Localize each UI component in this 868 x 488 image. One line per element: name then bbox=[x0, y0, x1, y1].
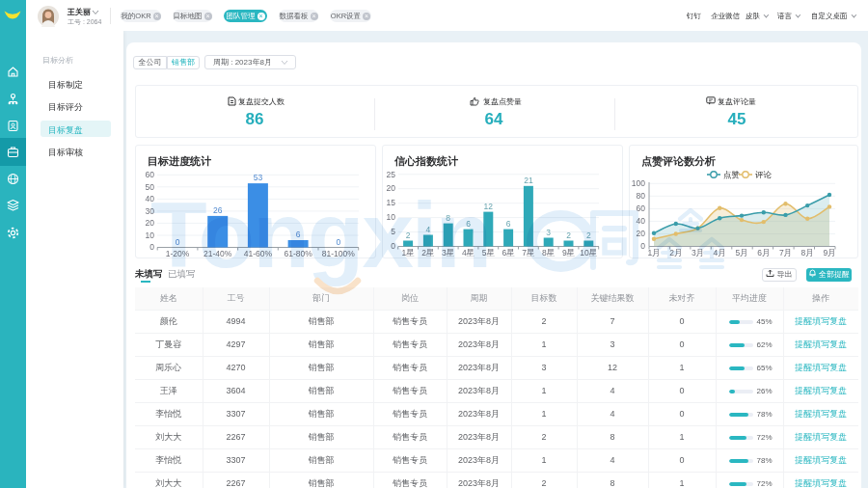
svg-text:2星: 2星 bbox=[421, 248, 435, 258]
svg-text:7星: 7星 bbox=[522, 248, 535, 258]
svg-text:评论: 评论 bbox=[754, 170, 773, 179]
svg-text:3星: 3星 bbox=[442, 248, 455, 258]
svg-text:1月: 1月 bbox=[647, 248, 660, 258]
svg-text:3月: 3月 bbox=[692, 248, 704, 258]
svg-text:9星: 9星 bbox=[562, 248, 576, 258]
svg-text:21: 21 bbox=[524, 176, 533, 185]
svg-text:2: 2 bbox=[586, 230, 591, 240]
svg-text:40: 40 bbox=[146, 194, 155, 203]
svg-text:0: 0 bbox=[391, 241, 395, 251]
svg-text:点赞: 点赞 bbox=[723, 170, 741, 179]
svg-text:0: 0 bbox=[149, 242, 154, 252]
svg-text:10星: 10星 bbox=[580, 248, 597, 258]
svg-text:20: 20 bbox=[146, 218, 155, 228]
svg-text:6: 6 bbox=[506, 219, 511, 229]
svg-text:61-80%: 61-80% bbox=[284, 249, 312, 258]
svg-text:8星: 8星 bbox=[542, 248, 556, 258]
svg-text:2: 2 bbox=[406, 230, 411, 240]
svg-text:3: 3 bbox=[546, 228, 551, 237]
svg-text:4星: 4星 bbox=[462, 248, 475, 258]
svg-text:1星: 1星 bbox=[401, 248, 415, 258]
svg-text:8月: 8月 bbox=[801, 248, 814, 258]
svg-text:41-60%: 41-60% bbox=[244, 249, 273, 258]
svg-text:12: 12 bbox=[484, 202, 494, 211]
svg-text:0: 0 bbox=[336, 237, 340, 247]
svg-text:40: 40 bbox=[637, 216, 646, 226]
svg-text:60: 60 bbox=[146, 170, 155, 179]
svg-text:10: 10 bbox=[387, 212, 396, 222]
svg-text:30: 30 bbox=[146, 206, 155, 216]
svg-text:15: 15 bbox=[387, 198, 396, 207]
svg-text:50: 50 bbox=[146, 182, 155, 192]
svg-text:26: 26 bbox=[213, 205, 223, 215]
svg-text:0: 0 bbox=[640, 241, 645, 251]
svg-text:5月: 5月 bbox=[735, 248, 747, 258]
svg-text:6: 6 bbox=[296, 230, 301, 239]
svg-text:25: 25 bbox=[387, 170, 396, 179]
svg-text:6星: 6星 bbox=[502, 248, 515, 258]
svg-text:81-100%: 81-100% bbox=[322, 249, 355, 258]
svg-text:21-40%: 21-40% bbox=[203, 249, 232, 258]
svg-text:6: 6 bbox=[466, 219, 471, 229]
svg-text:60: 60 bbox=[637, 203, 646, 213]
svg-text:1-20%: 1-20% bbox=[166, 249, 190, 258]
svg-text:5: 5 bbox=[391, 227, 395, 236]
svg-text:6月: 6月 bbox=[757, 248, 770, 258]
svg-text:9月: 9月 bbox=[823, 248, 835, 258]
svg-text:20: 20 bbox=[387, 183, 396, 193]
svg-text:5星: 5星 bbox=[482, 248, 496, 258]
svg-text:0: 0 bbox=[176, 237, 180, 247]
svg-text:100: 100 bbox=[632, 178, 645, 188]
svg-text:2月: 2月 bbox=[669, 248, 682, 258]
svg-text:80: 80 bbox=[637, 191, 646, 201]
svg-text:4: 4 bbox=[426, 225, 431, 234]
svg-text:10: 10 bbox=[146, 230, 155, 240]
svg-text:7月: 7月 bbox=[779, 248, 792, 258]
svg-text:20: 20 bbox=[637, 229, 646, 238]
svg-text:2: 2 bbox=[566, 230, 571, 240]
svg-text:4月: 4月 bbox=[714, 248, 726, 258]
svg-text:53: 53 bbox=[254, 173, 263, 182]
svg-text:8: 8 bbox=[446, 213, 450, 223]
